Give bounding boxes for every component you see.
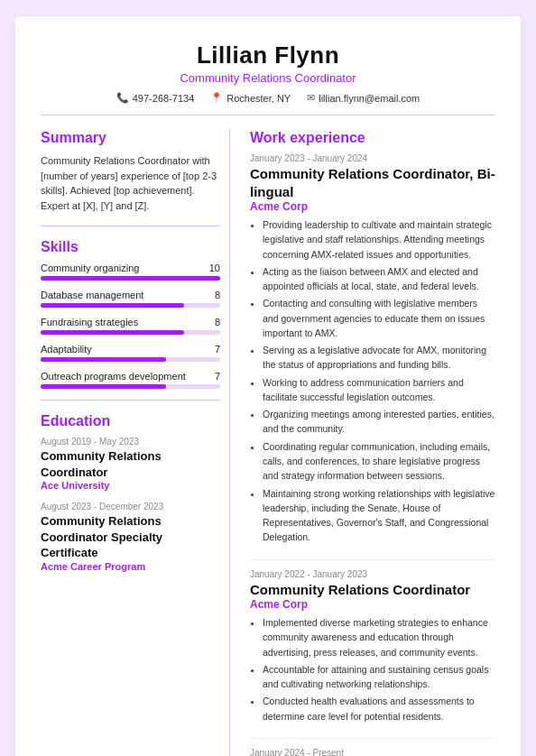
header-divider [41,115,495,115]
work-bullet: Contacting and consulting with legislati… [263,296,495,340]
work-job-title: Community Relations Coordinator [250,581,495,599]
work-bullet: Providing leadership to cultivate and ma… [263,217,495,262]
work-block: January 2023 - January 2024 Community Re… [250,153,495,545]
work-block: January 2022 - January 2023 Community Re… [250,569,495,724]
skill-value: 7 [215,344,220,355]
education-block: August 2019 - May 2023 Community Relatio… [41,437,220,491]
work-bullet: Conducted health evaluations and assessm… [263,694,495,724]
work-bullet: Acting as the liaison between AMX and el… [263,264,495,294]
skill-row: Outreach programs development 7 [41,371,220,389]
edu-date: August 2019 - May 2023 [41,437,220,447]
education-list: August 2019 - May 2023 Community Relatio… [41,437,220,572]
left-column: Summary Community Relations Coordinator … [41,128,230,756]
work-bullet: Coordinating regular communication, incl… [263,439,495,484]
work-divider [250,559,495,560]
work-bullets: Implemented diverse marketing strategies… [250,615,495,724]
location-icon: 📍 [210,92,223,104]
skill-label: Adaptability [41,344,92,355]
skill-label: Fundraising strategies [41,317,138,327]
skill-row: Adaptability 7 [41,344,220,362]
skills-divider [41,400,220,401]
skill-label: Outreach programs development [41,371,186,382]
work-bullet: Maintaining strong working relationships… [263,486,495,545]
skill-bar-fill [41,276,220,281]
location-value: Rochester, NY [226,93,291,104]
work-bullets: Providing leadership to cultivate and ma… [250,217,495,545]
phone-icon: 📞 [116,92,129,104]
skill-value: 8 [215,317,220,327]
skill-row: Fundraising strategies 8 [41,317,220,335]
skill-bar-fill [41,357,166,362]
work-bullet: Organizing meetings among interested par… [263,407,495,437]
education-title: Education [41,413,220,429]
edu-title: Community Relations Coordinator Specialt… [41,513,220,561]
work-bullet: Serving as a legislative advocate for AM… [263,343,495,373]
education-block: August 2023 - December 2023 Community Re… [41,502,220,572]
email-icon: ✉ [307,92,315,104]
work-company: Acme Corp [250,598,495,611]
email-value: lillian.flynn@email.com [319,93,420,104]
work-bullet: Implemented diverse marketing strategies… [263,615,495,659]
skills-section: Skills Community organizing 10 Database … [41,239,220,389]
resume-page: Lillian Flynn Community Relations Coordi… [15,16,521,756]
contact-row: 📞 497-268-7134 📍 Rochester, NY ✉ lillian… [41,92,495,104]
work-divider [250,738,495,739]
skill-bar-bg [41,276,220,281]
skill-row: Community organizing 10 [41,263,220,281]
work-job-title: Community Relations Coordinator, Bi-ling… [250,165,495,200]
work-bullet: Working to address communication barrier… [263,375,495,405]
work-title: Work experience [250,130,495,146]
skill-bar-bg [41,357,220,362]
skill-label: Community organizing [41,263,139,273]
work-section: Work experience January 2023 - January 2… [250,130,495,756]
right-column: Work experience January 2023 - January 2… [250,128,495,756]
phone-item: 📞 497-268-7134 [116,92,195,104]
header-section: Lillian Flynn Community Relations Coordi… [41,41,495,104]
skill-value: 8 [215,290,220,300]
skills-title: Skills [41,239,220,255]
work-company: Acme Corp [250,200,495,213]
work-bullet: Accountable for attaining and sustaining… [263,662,495,692]
summary-text: Community Relations Coordinator with [nu… [41,153,220,213]
candidate-name: Lillian Flynn [41,41,495,69]
skill-bar-fill [41,303,184,308]
work-date: January 2022 - January 2023 [250,569,495,579]
skill-value: 7 [215,371,220,382]
skill-value: 10 [209,263,220,273]
skill-bar-bg [41,384,220,389]
education-section: Education August 2019 - May 2023 Communi… [41,413,220,572]
skill-bar-fill [41,384,166,389]
work-date: January 2023 - January 2024 [250,153,495,163]
email-item: ✉ lillian.flynn@email.com [307,92,420,104]
work-block: January 2024 - Present Community Relatio… [250,748,495,756]
skills-list: Community organizing 10 Database managem… [41,263,220,389]
work-list: January 2023 - January 2024 Community Re… [250,153,495,756]
candidate-title: Community Relations Coordinator [41,71,495,85]
skill-bar-fill [41,330,184,335]
phone-value: 497-268-7134 [133,93,195,104]
skill-label: Database management [41,290,143,300]
main-content: Summary Community Relations Coordinator … [41,128,495,756]
edu-title: Community Relations Coordinator [41,448,220,480]
summary-divider [41,226,220,226]
skill-bar-bg [41,330,220,335]
edu-date: August 2023 - December 2023 [41,502,220,512]
work-date: January 2024 - Present [250,748,495,756]
skill-row: Database management 8 [41,290,220,308]
edu-institution: Acme Career Program [41,561,220,572]
skill-bar-bg [41,303,220,308]
location-item: 📍 Rochester, NY [210,92,291,104]
summary-title: Summary [41,130,220,146]
summary-section: Summary Community Relations Coordinator … [41,130,220,213]
edu-institution: Ace University [41,480,220,491]
